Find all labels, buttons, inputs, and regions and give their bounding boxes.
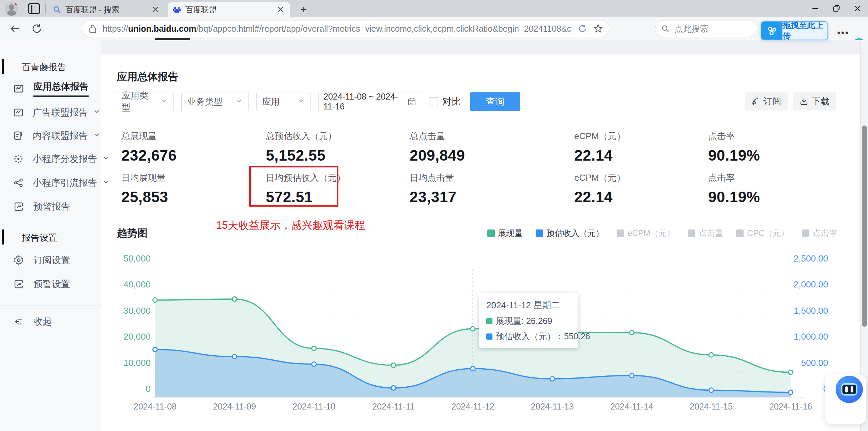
tab-title: 百度联盟 - 搜索: [65, 4, 146, 15]
chart-legend: 展现量预估收入（元）eCPM（元）点击量CPC（元）点击率: [487, 228, 837, 239]
address-bar[interactable]: https://union.baidu.com/bqt/appco.html#/…: [82, 20, 609, 37]
right-axis-tick: 1,000.00: [794, 331, 828, 342]
sidebar-item-label: 收起: [33, 315, 52, 328]
netdisk-upload-widget[interactable]: 拖拽至此上传: [761, 21, 828, 40]
profile-avatar[interactable]: [5, 2, 18, 16]
sidebar: 百青藤报告 应用总体报告 广告联盟报告 内容联盟报告 小程序分发报告 小程序引流…: [0, 40, 101, 431]
query-button[interactable]: 查询: [470, 92, 520, 111]
refresh-button[interactable]: [30, 22, 44, 35]
legend-item[interactable]: 点击率: [802, 228, 837, 239]
legend-swatch: [536, 229, 543, 237]
alert-report-icon: [13, 201, 25, 212]
metric-value: 22.14: [574, 147, 717, 164]
sidebar-item-label: 应用总体报告: [33, 80, 89, 97]
metric-value: 209,849: [410, 147, 553, 164]
compare-checkbox[interactable]: [429, 97, 438, 106]
browser-menu-button[interactable]: •••: [836, 27, 851, 38]
sidebar-item-miniprogram-distribution-report[interactable]: 小程序分发报告: [0, 149, 101, 169]
legend-swatch: [688, 229, 695, 237]
legend-item[interactable]: 点击量: [688, 228, 723, 239]
download-label: 下载: [812, 95, 829, 107]
left-axis-tick: 0: [146, 384, 151, 394]
business-type-select[interactable]: 业务类型: [181, 92, 249, 111]
tab-baidu-search[interactable]: 百度联盟 - 搜索 ✕: [48, 2, 165, 17]
metric-value: 232,676: [121, 147, 264, 164]
x-axis-label: 2024-11-08: [134, 402, 177, 411]
assistant-robot-button[interactable]: [836, 376, 863, 403]
subscribe-button[interactable]: 订阅: [745, 92, 788, 110]
tab-close-icon[interactable]: ✕: [275, 4, 286, 15]
distribution-network-icon: [13, 153, 24, 164]
legend-item[interactable]: eCPM（元）: [617, 228, 675, 239]
url-path: /bqt/appco.html#/report/app/overall?metr…: [196, 24, 572, 33]
robot-face-icon: [841, 383, 857, 396]
tab-title: 百度联盟: [185, 4, 271, 15]
sidebar-item-label: 小程序分发报告: [33, 153, 97, 165]
share-nodes-icon: [13, 177, 24, 188]
legend-item[interactable]: 展现量: [487, 228, 523, 239]
tooltip-label: 展现量:: [496, 315, 524, 327]
app-type-select[interactable]: 应用类型: [116, 92, 174, 111]
x-axis-label: 2024-11-16: [769, 402, 812, 411]
tab-actions-icon[interactable]: [28, 3, 40, 14]
metric-ecpm: eCPM（元）22.14: [574, 130, 717, 164]
avatar-body: [7, 10, 16, 16]
left-axis-tick: 40,000: [123, 279, 151, 289]
legend-item[interactable]: CPC（元）: [736, 228, 789, 239]
page-scrollbar-thumb[interactable]: [862, 125, 867, 327]
left-axis-tick: 50,000: [123, 254, 151, 264]
window-controls: [805, 0, 868, 17]
trend-chart[interactable]: 50,0002,500.0040,0002,000.0030,0001,500.…: [112, 254, 862, 431]
netdisk-upload-label: 拖拽至此上传: [782, 22, 827, 40]
sidebar-item-alert-settings[interactable]: 预警设置: [0, 274, 101, 294]
lock-icon: [88, 24, 97, 34]
tab-close-icon[interactable]: ✕: [150, 4, 161, 15]
sidebar-item-miniprogram-traffic-report[interactable]: 小程序引流报告: [0, 173, 101, 193]
metric-label: 日均点击量: [410, 172, 553, 184]
download-icon: [800, 97, 808, 106]
sidebar-collapse-button[interactable]: 收起: [0, 311, 101, 332]
sidebar-item-label: 内容联盟报告: [33, 130, 88, 142]
minimize-button[interactable]: [805, 0, 826, 17]
sync-icon[interactable]: [578, 24, 587, 33]
back-button[interactable]: [8, 22, 22, 35]
sidebar-item-content-union-report[interactable]: 内容联盟报告: [0, 125, 101, 146]
sidebar-item-subscription-settings[interactable]: 订阅设置: [0, 250, 101, 270]
new-tab-button[interactable]: +: [297, 3, 309, 16]
left-axis-tick: 30,000: [123, 306, 151, 316]
search-placeholder: 点此搜索: [674, 23, 709, 34]
metric-value: 5,152.55: [266, 147, 409, 164]
metric-label: 点击率: [708, 130, 851, 142]
sidebar-item-alert-report[interactable]: 预警报告: [0, 196, 101, 217]
sidebar-item-ad-union-report[interactable]: 广告联盟报告: [0, 102, 101, 123]
page-title: 应用总体报告: [117, 70, 178, 84]
metric-label: eCPM（元）: [574, 130, 717, 142]
right-axis-tick: 2,500.00: [794, 254, 828, 264]
restore-button[interactable]: [826, 0, 847, 17]
url-text[interactable]: https://union.baidu.com/bqt/appco.html#/…: [103, 24, 572, 34]
sidebar-item-app-overall-report[interactable]: 应用总体报告: [0, 78, 101, 99]
favorite-star-icon[interactable]: [593, 24, 603, 33]
compare-checkbox-wrap[interactable]: 对比: [429, 95, 461, 108]
page-scrollbar-track[interactable]: [861, 40, 868, 431]
chevron-down-icon: [102, 178, 110, 188]
date-range-input[interactable]: 2024-11-08 ~ 2024-11-16: [318, 92, 421, 111]
select-value: 应用: [262, 96, 280, 108]
app-select[interactable]: 应用: [256, 92, 311, 111]
legend-item[interactable]: 预估收入（元）: [536, 228, 604, 239]
tooltip-swatch-blue: [486, 333, 492, 340]
chevron-down-icon: [298, 96, 305, 107]
chart-title: 趋势图: [117, 226, 148, 240]
x-axis-label: 2024-11-14: [610, 402, 653, 411]
metric-value: 22.14: [574, 189, 717, 206]
close-window-button[interactable]: [847, 0, 868, 17]
sidebar-item-label: 预警设置: [33, 278, 70, 290]
quick-search-box[interactable]: 点此搜索: [655, 20, 757, 37]
legend-label: eCPM（元）: [628, 228, 675, 239]
legend-swatch: [802, 229, 809, 237]
left-axis-tick: 10,000: [123, 358, 151, 368]
tab-baidu-union[interactable]: 百度联盟 ✕: [168, 2, 290, 17]
download-button[interactable]: 下载: [793, 92, 836, 110]
metric-value: 23,317: [410, 189, 553, 206]
sidebar-item-label: 小程序引流报告: [33, 177, 97, 189]
